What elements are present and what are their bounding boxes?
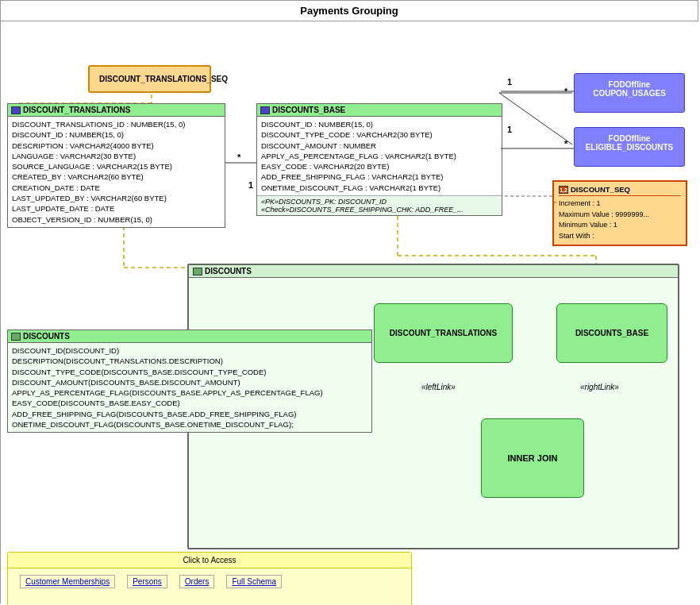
field-6: CREATION_DATE : DATE [12, 183, 221, 193]
seq-label: DISCOUNT_TRANSLATIONS_SEQ [99, 75, 228, 83]
title-text: Payments Grouping [300, 5, 398, 17]
db-field-0: DISCOUNT_ID : NUMBER(15, 0) [261, 119, 498, 129]
discount-translations-header: DISCOUNT_TRANSLATIONS [8, 104, 225, 117]
view-label: DISCOUNTS [23, 332, 70, 341]
view-dt-label: DISCOUNT_TRANSLATIONS [390, 329, 497, 337]
db-field-1: DISCOUNT_TYPE_CODE : VARCHAR2(30 BYTE) [261, 129, 498, 140]
seq2-field-2: Minimum Value : 1 [559, 220, 681, 231]
discounts-view-header: DISCOUNTS [8, 330, 371, 343]
fod-eligible-sublabel: ELIGIBLE_DISCOUNTS [583, 143, 676, 152]
footer-1: «PK»DISCOUNTS_PK: DISCOUNT_ID [261, 198, 498, 206]
dv-field-1: DESCRIPTION(DISCOUNT_TRANSLATIONS.DESCRI… [12, 356, 367, 366]
field-1: DISCOUNT_ID : NUMBER(15, 0) [12, 129, 221, 140]
discounts-view-body: DISCOUNT_ID(DISCOUNT_ID) DESCRIPTION(DIS… [8, 343, 371, 432]
seq2-field-0: Increment : 1 [559, 198, 681, 210]
header-label-2: DISCOUNTS_BASE [272, 106, 345, 114]
full-schema-link[interactable]: Full Schema [226, 575, 282, 588]
mult-star2: * [564, 139, 567, 148]
db-field-5: ADD_FREE_SHIPPING_FLAG : VARCHAR2(1 BYTE… [261, 171, 498, 182]
db-field-4: EASY_CODE : VARCHAR2(20 BYTE) [261, 161, 498, 171]
access-links-container: Customer Memberships Persons Orders Full… [8, 568, 411, 595]
view-area-header: DISCOUNTS [189, 265, 678, 278]
dv-field-7: ONETIME_DISCOUNT_FLAG(DISCOUNTS_BASE.ONE… [12, 419, 367, 430]
db-field-6: ONETIME_DISCOUNT_FLAG : VARCHAR2(1 BYTE) [261, 183, 498, 193]
mult-1b: 1 [507, 125, 512, 134]
seq2-field-1: Maximum Value : 9999999... [559, 210, 681, 221]
field-5: CREATED_BY : VARCHAR2(60 BYTE) [12, 171, 221, 182]
db-field-3: APPLY_AS_PERCENTAGE_FLAG : VARCHAR2(1 BY… [261, 151, 498, 161]
seq2-header: 1,2 DISCOUNT_SEQ [559, 185, 681, 196]
orders-link[interactable]: Orders [179, 575, 215, 588]
field-0: DISCOUNT_TRANSLATIONS_ID : NUMBER(15, 0) [12, 119, 221, 129]
mult-star3: * [237, 152, 240, 162]
view-db-label: DISCOUNTS_BASE [575, 329, 648, 337]
fod-coupon-sublabel: COUPON_USAGES [583, 89, 676, 98]
discount-translations-body: DISCOUNT_TRANSLATIONS_ID : NUMBER(15, 0)… [8, 117, 225, 227]
discounts-base-footer: «PK»DISCOUNTS_PK: DISCOUNT_ID «Check»DIS… [257, 195, 502, 215]
discounts-base-body: DISCOUNT_ID : NUMBER(15, 0) DISCOUNT_TYP… [257, 117, 502, 195]
customer-memberships-link[interactable]: Customer Memberships [20, 575, 115, 588]
discounts-view-entity: DISCOUNTS DISCOUNT_ID(DISCOUNT_ID) DESCR… [7, 329, 372, 433]
discounts-base-entity: DISCOUNTS_BASE DISCOUNT_ID : NUMBER(15, … [256, 103, 502, 216]
fod-coupon-usages-box: FODOffline COUPON_USAGES [574, 73, 685, 113]
field-2: DESCRIPTION : VARCHAR2(4000 BYTE) [12, 141, 221, 151]
view-area-title: DISCOUNTS [205, 267, 252, 276]
access-panel: Click to Access Customer Memberships Per… [7, 552, 412, 605]
seq2-body: Increment : 1 Maximum Value : 9999999...… [559, 198, 681, 241]
fod-eligible-label: FODOffline [583, 134, 676, 143]
left-link-label: «leftLink» [421, 383, 456, 391]
discount-translations-entity: DISCOUNT_TRANSLATIONS DISCOUNT_TRANSLATI… [7, 103, 225, 228]
db-field-2: DISCOUNT_AMOUNT : NUMBER [261, 141, 498, 151]
inner-join-label: INNER JOIN [508, 453, 558, 463]
view-icon [193, 268, 202, 276]
seq-icon: 1,2 [559, 186, 568, 194]
view-discounts-base-box: DISCOUNTS_BASE [556, 303, 667, 363]
discount-seq-box: 1,2 DISCOUNT_SEQ Increment : 1 Maximum V… [552, 180, 687, 246]
dv-field-2: DISCOUNT_TYPE_CODE(DISCOUNTS_BASE.DISCOU… [12, 367, 367, 377]
dv-field-3: DISCOUNT_AMOUNT(DISCOUNTS_BASE.DISCOUNT_… [12, 377, 367, 387]
dv-field-5: EASY_CODE(DISCOUNTS_BASE.EASY_CODE) [12, 398, 367, 408]
view-discount-translations-box: DISCOUNT_TRANSLATIONS [374, 303, 513, 363]
field-3: LANGUAGE : VARCHAR2(30 BYTE) [12, 151, 221, 161]
header-label: DISCOUNT_TRANSLATIONS [23, 106, 130, 114]
mult-star1: * [564, 87, 567, 96]
mult-1c: 1 [248, 180, 253, 190]
svg-line-1 [499, 93, 572, 145]
dv-field-4: APPLY_AS_PERCENTAGE_FLAG(DISCOUNTS_BASE.… [12, 387, 367, 398]
inner-join-box: INNER JOIN [481, 418, 584, 498]
diagram-title: Payments Grouping [1, 1, 698, 21]
dv-field-6: ADD_FREE_SHIPPING_FLAG(DISCOUNTS_BASE.AD… [12, 409, 367, 419]
discount-translations-seq-box: DISCOUNT_TRANSLATIONS_SEQ [88, 65, 211, 93]
persons-link[interactable]: Persons [127, 575, 167, 588]
diagram-area: DISCOUNT_TRANSLATIONS_SEQ DISCOUNT_TRANS… [1, 21, 699, 605]
table-icon-2 [260, 106, 270, 114]
view-icon-2 [11, 333, 21, 341]
access-panel-title: Click to Access [8, 553, 411, 568]
seq2-label: DISCOUNT_SEQ [571, 185, 630, 194]
dv-field-0: DISCOUNT_ID(DISCOUNT_ID) [12, 345, 367, 356]
outer-border: Payments Grouping [0, 0, 698, 603]
field-4: SOURCE_LANGUAGE : VARCHAR2(15 BYTE) [12, 161, 221, 171]
fod-coupon-label: FODOffline [583, 80, 676, 89]
field-9: OBJECT_VERSION_ID : NUMBER(15, 0) [12, 214, 221, 225]
table-icon [11, 106, 21, 114]
field-7: LAST_UPDATED_BY : VARCHAR2(60 BYTE) [12, 193, 221, 203]
field-8: LAST_UPDATE_DATE : DATE [12, 203, 221, 214]
discounts-base-header: DISCOUNTS_BASE [257, 104, 502, 117]
mult-1: 1 [507, 77, 512, 87]
right-link-label: «rightLink» [580, 383, 619, 391]
seq2-field-3: Start With : [559, 231, 681, 242]
fod-eligible-box: FODOffline ELIGIBLE_DISCOUNTS [574, 127, 685, 167]
footer-2: «Check»DISCOUNTS_FREE_SHIPPING_CHK: ADD_… [261, 206, 498, 214]
